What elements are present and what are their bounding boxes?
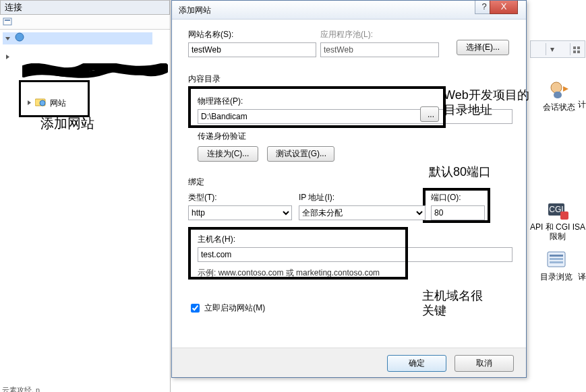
server-icon	[15, 32, 26, 45]
expander-icon[interactable]	[4, 34, 11, 42]
feature-label: API 和 CGI ISA限制	[530, 222, 585, 241]
annotation-add-site: 添加网站	[40, 115, 94, 133]
hostname-example: 示例: www.contoso.com 或 marketing.contoso.…	[198, 267, 512, 279]
view-toolbar[interactable]: ▾	[530, 40, 585, 58]
binding-ip-select[interactable]: 全部未分配	[299, 205, 426, 220]
connections-header: 连接	[0, 0, 170, 15]
start-immediately-row[interactable]: 立即启动网站(M)	[188, 302, 512, 315]
binding-type-select[interactable]: http	[188, 205, 292, 220]
dialog-body: 网站名称(S): 应用程序池(L): 选择(E)... 内容目录 物理路径(P)…	[172, 20, 526, 348]
svg-point-4	[40, 100, 45, 106]
svg-point-2	[16, 33, 24, 41]
tree-sites-node[interactable]: 网站	[24, 97, 66, 109]
site-name-label: 网站名称(S):	[188, 29, 316, 40]
dialog-close-button[interactable]: X	[490, 1, 518, 14]
feature-label: 会话状态	[543, 102, 575, 112]
tree-sites-label: 网站	[50, 98, 66, 108]
start-immediately-checkbox[interactable]	[191, 304, 200, 313]
svg-rect-10	[554, 92, 562, 98]
svg-rect-6	[577, 46, 580, 49]
expander-icon[interactable]	[26, 99, 33, 106]
expander-icon[interactable]	[4, 53, 11, 61]
svg-rect-7	[573, 51, 576, 53]
svg-point-9	[551, 82, 562, 93]
dialog-footer: 确定 取消	[172, 348, 526, 377]
content-group-label: 内容目录	[188, 73, 512, 85]
binding-port-label: 端口(O):	[431, 192, 485, 203]
view-dropdown-1[interactable]: ▾	[546, 43, 558, 55]
binding-group-label: 绑定	[188, 176, 512, 188]
svg-rect-8	[577, 51, 580, 53]
dialog-titlebar[interactable]: 添加网站 ? X	[172, 1, 526, 20]
svg-rect-1	[5, 20, 10, 21]
connections-panel: 连接 网站 添加网站	[0, 0, 171, 392]
svg-rect-17	[550, 261, 563, 263]
svg-rect-13	[560, 211, 568, 220]
feature-yi-partial: 译	[577, 272, 586, 282]
binding-ip-label: IP 地址(I):	[299, 192, 426, 203]
feature-ji-partial: 计	[577, 100, 586, 109]
ok-button[interactable]: 确定	[387, 355, 446, 372]
site-name-input[interactable]	[188, 42, 316, 57]
physical-path-label: 物理路径(P):	[198, 96, 512, 107]
connections-toolbar[interactable]	[0, 15, 170, 30]
feature-cgi-isapi[interactable]: CGI API 和 CGI ISA限制	[529, 199, 586, 241]
hostname-input[interactable]	[198, 247, 512, 262]
binding-port-input[interactable]	[431, 205, 485, 220]
connections-tree[interactable]: 网站	[0, 30, 170, 63]
add-website-dialog: 添加网站 ? X 网站名称(S): 应用程序池(L): 选择(E)... 内容目…	[171, 0, 527, 378]
status-bar-text: 云素攻经. n	[2, 385, 40, 392]
svg-rect-0	[3, 18, 11, 25]
svg-rect-15	[550, 255, 563, 257]
physical-path-input[interactable]	[198, 109, 512, 124]
svg-rect-16	[550, 258, 563, 260]
passthrough-auth-label: 传递身份验证	[198, 131, 512, 142]
feature-directory-browsing[interactable]: 目录浏览	[530, 249, 583, 282]
new-connection-icon	[3, 16, 13, 27]
connect-as-button[interactable]: 连接为(C)...	[198, 146, 258, 162]
app-pool-label: 应用程序池(L):	[320, 29, 439, 40]
hostname-label: 主机名(H):	[198, 234, 512, 245]
dialog-title: 添加网站	[179, 5, 211, 15]
tree-app-pools-node[interactable]	[3, 51, 170, 63]
svg-rect-5	[573, 46, 576, 49]
tree-server-node[interactable]	[3, 32, 152, 44]
app-pool-input	[320, 42, 439, 57]
binding-type-label: 类型(T):	[188, 192, 292, 203]
view-dropdown-2[interactable]	[570, 43, 582, 55]
sites-folder-icon	[35, 98, 46, 110]
start-immediately-label: 立即启动网站(M)	[204, 303, 265, 313]
browse-path-button[interactable]: ...	[420, 106, 439, 122]
feature-label: 目录浏览	[540, 272, 573, 282]
select-app-pool-button[interactable]: 选择(E)...	[457, 40, 509, 55]
cancel-button[interactable]: 取消	[455, 355, 514, 372]
redaction-scribble	[22, 63, 168, 79]
test-settings-button[interactable]: 测试设置(G)...	[267, 146, 334, 162]
